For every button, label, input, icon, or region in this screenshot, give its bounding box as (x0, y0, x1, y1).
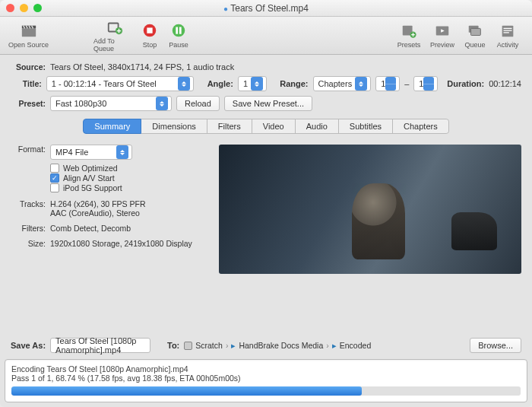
folder-icon: ▸ (231, 341, 236, 350)
tracks-line1: H.264 (x264), 30 FPS PFR (50, 199, 208, 208)
preview-label: Preview (430, 41, 454, 49)
stop-button[interactable]: Stop (135, 19, 164, 52)
open-source-button[interactable]: Open Source (8, 19, 49, 52)
web-optimized-label: Web Optimized (63, 164, 118, 173)
window-title: ● Tears Of Steel.mp4 (0, 3, 532, 14)
app-window: ● Tears Of Steel.mp4 Open Source Add To … (0, 0, 532, 407)
title-label: Title: (11, 79, 42, 88)
reload-button[interactable]: Reload (176, 96, 220, 111)
queue-button[interactable]: Queue (459, 19, 491, 52)
title-select[interactable]: 1 - 00:12:14 - Tears Of Steel (46, 76, 195, 91)
minimize-icon[interactable] (20, 4, 28, 12)
zoom-icon[interactable] (33, 4, 42, 12)
path-leaf: Encoded (340, 341, 371, 350)
range-to-field[interactable]: 1 (413, 76, 438, 91)
format-label: Format: (11, 145, 46, 193)
window-controls (6, 4, 42, 12)
pause-label: Pause (169, 41, 188, 49)
tab-chapters[interactable]: Chapters (393, 119, 449, 134)
tab-summary[interactable]: Summary (83, 119, 141, 134)
presets-button[interactable]: Presets (392, 19, 426, 52)
preset-value: Fast 1080p30 (55, 99, 153, 108)
presets-icon (400, 23, 418, 40)
tab-dimensions[interactable]: Dimensions (141, 119, 207, 134)
source-row: Source: Tears Of Steel, 3840x1714, 24 FP… (11, 62, 521, 72)
angle-label: Angle: (207, 79, 233, 88)
path-disk: Scratch (195, 341, 223, 350)
web-optimized-checkbox[interactable]: Web Optimized (50, 164, 208, 173)
range-type-value: Chapters (318, 79, 353, 88)
range-type-select[interactable]: Chapters (313, 76, 372, 91)
checkbox-icon (50, 183, 59, 192)
browse-button[interactable]: Browse... (470, 338, 521, 353)
angle-select[interactable]: 1 (238, 76, 267, 91)
preview-image-icon (352, 183, 405, 259)
progress-fill (11, 386, 362, 396)
queue-icon (466, 23, 484, 40)
tabbar: Summary Dimensions Filters Video Audio S… (11, 119, 521, 134)
svg-rect-0 (21, 28, 35, 37)
filters-label: Filters: (11, 224, 46, 233)
ipod-checkbox[interactable]: iPod 5G Support (50, 183, 208, 192)
activity-icon (499, 23, 517, 40)
save-as-field[interactable]: Tears Of Steel [1080p Anamorphic].mp4 (50, 338, 150, 353)
summary-info: Format: MP4 File Web Optimized Align A/V… (11, 145, 208, 274)
preview-button[interactable]: Preview (426, 19, 459, 52)
range-from-field[interactable]: 1 (375, 76, 400, 91)
add-to-queue-button[interactable]: Add To Queue (93, 19, 135, 52)
range-label: Range: (280, 79, 308, 88)
svg-rect-13 (471, 28, 481, 35)
tab-subtitles[interactable]: Subtitles (339, 119, 393, 134)
checkbox-checked-icon (50, 173, 59, 183)
activity-label: Activity (497, 41, 519, 49)
titlebar: ● Tears Of Steel.mp4 (0, 0, 532, 17)
stepper-icon[interactable] (423, 77, 434, 91)
size-value: 1920x1080 Storage, 2419x1080 Display (50, 239, 208, 248)
pause-icon (169, 23, 188, 40)
save-new-preset-button[interactable]: Save New Preset... (224, 96, 312, 111)
tab-filters[interactable]: Filters (207, 119, 252, 134)
status-box: Encoding Tears Of Steel [1080p Anamorphi… (5, 359, 527, 402)
folder-icon: ▸ (332, 341, 337, 350)
angle-value: 1 (243, 79, 248, 88)
chevron-updown-icon (116, 145, 128, 159)
save-row: Save As: Tears Of Steel [1080p Anamorphi… (0, 330, 532, 358)
add-queue-icon (106, 19, 124, 36)
tracks-line2: AAC (CoreAudio), Stereo (50, 208, 208, 218)
title-row: Title: 1 - 00:12:14 - Tears Of Steel Ang… (11, 76, 521, 91)
browse-label: Browse... (478, 341, 513, 350)
align-av-label: Align A/V Start (63, 173, 115, 183)
align-av-checkbox[interactable]: Align A/V Start (50, 173, 208, 183)
format-select[interactable]: MP4 File (50, 145, 132, 160)
reload-label: Reload (185, 99, 211, 108)
content-area: Source: Tears Of Steel, 3840x1714, 24 FP… (0, 55, 532, 330)
svg-rect-7 (176, 27, 178, 33)
activity-button[interactable]: Activity (491, 19, 524, 52)
svg-rect-5 (147, 27, 152, 33)
tab-audio[interactable]: Audio (296, 119, 339, 134)
toolbar: Open Source Add To Queue Stop Pause Pres… (0, 17, 532, 55)
path-mid: HandBrake Docs Media (239, 341, 323, 350)
tracks-label: Tracks: (11, 199, 46, 218)
duration-label: Duration: (447, 79, 484, 88)
preview-icon (433, 23, 451, 40)
chevron-updown-icon (355, 77, 367, 91)
stop-label: Stop (143, 41, 157, 49)
open-source-label: Open Source (8, 41, 49, 49)
add-queue-label: Add To Queue (93, 37, 135, 52)
close-icon[interactable] (6, 4, 14, 12)
window-title-text: Tears Of Steel.mp4 (230, 3, 309, 14)
preset-label: Preset: (11, 99, 46, 108)
preset-select[interactable]: Fast 1080p30 (50, 96, 172, 111)
stepper-icon[interactable] (385, 77, 396, 91)
video-preview[interactable] (219, 145, 521, 274)
to-label: To: (167, 341, 179, 350)
ipod-label: iPod 5G Support (63, 183, 122, 192)
range-dash: – (404, 79, 409, 88)
queue-label: Queue (464, 41, 485, 49)
pause-button[interactable]: Pause (164, 19, 193, 52)
duration-value: 00:12:14 (489, 79, 521, 88)
save-as-value: Tears Of Steel [1080p Anamorphic].mp4 (55, 336, 145, 355)
tab-video[interactable]: Video (252, 119, 296, 134)
checkbox-icon (50, 164, 59, 173)
